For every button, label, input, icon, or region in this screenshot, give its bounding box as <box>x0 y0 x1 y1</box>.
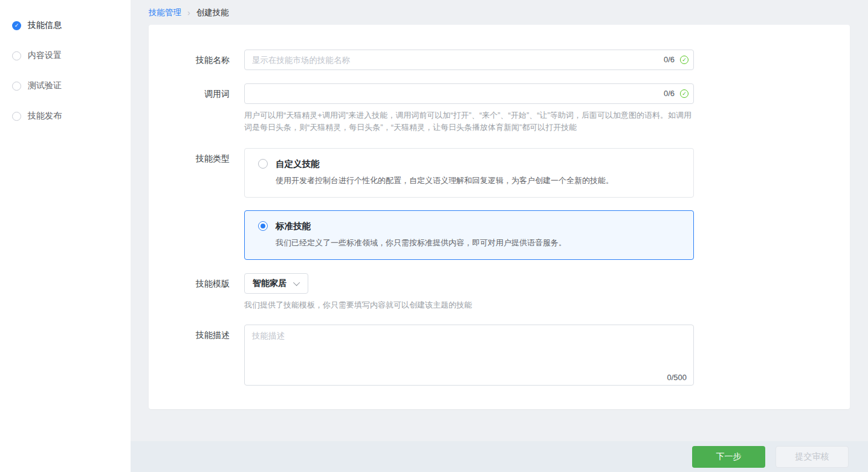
invoke-word-input[interactable] <box>244 83 694 104</box>
sidebar-item-label: 技能发布 <box>28 111 62 121</box>
skill-type-option-standard[interactable]: 标准技能 我们已经定义了一些标准领域，你只需按标准提供内容，即可对用户提供语音服… <box>244 210 694 260</box>
skill-desc-textarea[interactable] <box>244 325 694 386</box>
success-check-icon: ✓ <box>680 56 688 64</box>
circle-outline-icon <box>12 51 21 60</box>
skill-type-option-custom[interactable]: 自定义技能 使用开发者控制台进行个性化的配置，自定义语义理解和回复逻辑，为客户创… <box>244 148 694 198</box>
invoke-word-row: 调用词 0/6 ✓ 用户可以用“天猫精灵+调用词”来进入技能，调用词前可以加“打… <box>149 83 850 134</box>
main-area: 技能管理 › 创建技能 技能名称 0/6 ✓ <box>131 0 868 472</box>
skill-desc-row: 技能描述 0/500 <box>149 325 850 387</box>
skill-type-option-title: 自定义技能 <box>276 157 614 170</box>
skill-name-input-wrap: 0/6 ✓ <box>244 50 694 70</box>
breadcrumb-link-skill-management[interactable]: 技能管理 <box>149 7 181 18</box>
create-skill-form-card: 技能名称 0/6 ✓ 调用词 0/6 <box>149 25 850 409</box>
skill-name-row: 技能名称 0/6 ✓ <box>149 50 850 70</box>
skill-name-input[interactable] <box>244 50 694 70</box>
radio-checked-icon[interactable] <box>258 221 268 231</box>
skill-type-option-title: 标准技能 <box>276 219 566 233</box>
skill-name-label: 技能名称 <box>149 50 244 70</box>
skill-type-label: 技能类型 <box>149 148 244 169</box>
sidebar-item-label: 内容设置 <box>28 50 62 61</box>
skill-name-counter: 0/6 <box>664 50 675 70</box>
app-window: ✓ 技能信息 内容设置 测试验证 技能发布 技能管理 › 创建技能 <box>0 0 868 472</box>
sidebar-item-label: 测试验证 <box>28 80 62 91</box>
next-step-button[interactable]: 下一步 <box>692 446 765 468</box>
steps-sidebar: ✓ 技能信息 内容设置 测试验证 技能发布 <box>0 0 131 472</box>
sidebar-item-label: 技能信息 <box>28 20 62 31</box>
invoke-word-counter: 0/6 <box>664 83 675 104</box>
footer-actions: 下一步 提交审核 <box>131 441 868 472</box>
circle-outline-icon <box>12 82 21 91</box>
breadcrumb-current: 创建技能 <box>196 7 229 18</box>
skill-type-row: 技能类型 自定义技能 使用开发者控制台进行个性化的配置，自定义语义理解和回复逻辑… <box>149 148 850 260</box>
check-circle-icon: ✓ <box>12 21 21 30</box>
sidebar-item-content-settings[interactable]: 内容设置 <box>0 40 131 71</box>
breadcrumb-separator-icon: › <box>187 8 190 18</box>
chevron-down-icon <box>293 279 300 286</box>
skill-desc-label: 技能描述 <box>149 325 244 345</box>
skill-desc-counter: 0/500 <box>667 373 687 382</box>
skill-template-help: 我们提供了技能模板，你只需要填写内容就可以创建该主题的技能 <box>244 299 694 311</box>
invoke-word-label: 调用词 <box>149 83 244 104</box>
skill-type-option-desc: 使用开发者控制台进行个性化的配置，自定义语义理解和回复逻辑，为客户创建一个全新的… <box>276 175 614 186</box>
skill-desc-textarea-wrap: 0/500 <box>244 325 694 387</box>
invoke-word-input-wrap: 0/6 ✓ <box>244 83 694 104</box>
skill-template-row: 技能模版 智能家居 我们提供了技能模板，你只需要填写内容就可以创建该主题的技能 <box>149 273 850 311</box>
main-content: 技能管理 › 创建技能 技能名称 0/6 ✓ <box>131 0 868 441</box>
success-check-icon: ✓ <box>680 89 688 98</box>
submit-review-button[interactable]: 提交审核 <box>776 446 849 468</box>
skill-type-option-desc: 我们已经定义了一些标准领域，你只需按标准提供内容，即可对用户提供语音服务。 <box>276 238 566 248</box>
skill-template-value: 智能家居 <box>253 278 287 289</box>
sidebar-item-test-verify[interactable]: 测试验证 <box>0 71 131 101</box>
skill-template-select[interactable]: 智能家居 <box>244 273 308 294</box>
circle-outline-icon <box>12 112 21 121</box>
sidebar-item-skill-publish[interactable]: 技能发布 <box>0 101 131 131</box>
skill-template-label: 技能模版 <box>149 273 244 294</box>
sidebar-item-skill-info[interactable]: ✓ 技能信息 <box>0 10 131 40</box>
radio-unchecked-icon[interactable] <box>258 159 268 169</box>
breadcrumb: 技能管理 › 创建技能 <box>131 0 868 25</box>
invoke-word-help: 用户可以用“天猫精灵+调用词”来进入技能，调用词前可以加“打开”、“来个”、“开… <box>244 109 694 134</box>
